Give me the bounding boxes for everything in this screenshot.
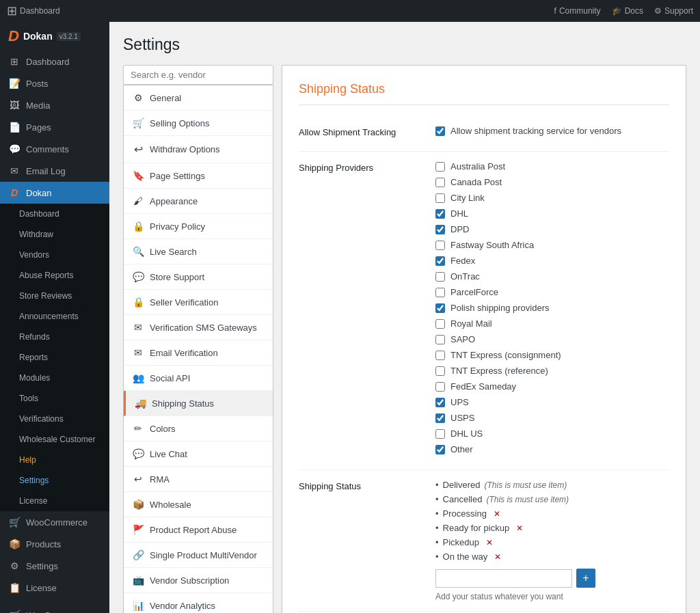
sidebar-item-license-main[interactable]: 📋 License [0, 577, 109, 599]
sidebar-item-posts[interactable]: 📝 Posts [0, 72, 109, 94]
settings-menu-withdraw[interactable]: ↩ Withdraw Options [124, 136, 273, 163]
sidebar-item-media[interactable]: 🖼 Media [0, 94, 109, 116]
settings-menu-general[interactable]: ⚙ General [124, 85, 273, 111]
settings-menu-shipping[interactable]: 🚚 Shipping Status [124, 391, 273, 416]
provider-fedex-sameday-checkbox[interactable] [435, 382, 445, 392]
settings-menu-rma[interactable]: ↩ RMA [124, 467, 273, 492]
provider-fedex-checkbox[interactable] [435, 256, 445, 266]
provider-sapo-checkbox[interactable] [435, 335, 445, 344]
sidebar-item-dashboard[interactable]: ⊞ Dashboard [0, 51, 109, 72]
section-title: Shipping Status [299, 82, 669, 105]
provider-tnt-consignment-checkbox[interactable] [435, 351, 445, 360]
submenu-item-reports[interactable]: Reports [0, 347, 109, 368]
dashboard-link[interactable]: Dashboard [20, 6, 60, 16]
allow-tracking-label: Allow Shipment Tracking [299, 126, 435, 141]
sidebar-item-woocommerce[interactable]: 🛒 WooCommerce [0, 511, 109, 533]
submenu-item-verifications[interactable]: Verifications [0, 409, 109, 429]
provider-other-checkbox[interactable] [435, 445, 445, 454]
submenu-item-license[interactable]: License [0, 491, 109, 511]
settings-search-input[interactable] [123, 65, 273, 85]
submenu-label: Abuse Reports [19, 271, 73, 280]
submenu-item-announcements[interactable]: Announcements [0, 306, 109, 327]
provider-city-link-checkbox[interactable] [435, 193, 445, 203]
settings-menu-label: Store Support [150, 272, 204, 282]
submenu-item-vendors[interactable]: Vendors [0, 245, 109, 265]
settings-menu-appearance[interactable]: 🖌 Appearance [124, 189, 273, 214]
submenu-item-refunds[interactable]: Refunds [0, 327, 109, 347]
settings-menu-vendor-sub[interactable]: 📺 Vendor Subscription [124, 568, 273, 593]
provider-royal-mail-checkbox[interactable] [435, 319, 445, 329]
support-link[interactable]: ⚙ Support [654, 6, 693, 16]
support-icon: ⚙ [654, 6, 662, 16]
submenu-item-abuse-reports[interactable]: Abuse Reports [0, 265, 109, 286]
sidebar-item-comments[interactable]: 💬 Comments [0, 138, 109, 160]
settings-menu-multi-vendor[interactable]: 🔗 Single Product MultiVendor [124, 543, 273, 568]
provider-label: Fastway South Africa [450, 240, 534, 250]
settings-menu-colors[interactable]: ✏ Colors [124, 416, 273, 441]
submenu-item-help[interactable]: Help [0, 450, 109, 470]
sidebar-item-settings-main[interactable]: ⚙ Settings [0, 555, 109, 577]
docs-link[interactable]: 🎓 Docs [612, 6, 643, 16]
remove-processing-button[interactable]: ✕ [494, 509, 500, 519]
settings-menu-email-verify[interactable]: ✉ Email Verification [124, 340, 273, 366]
provider-polish-checkbox[interactable] [435, 303, 445, 313]
provider-dhl-checkbox[interactable] [435, 209, 445, 219]
settings-menu-live-chat[interactable]: 💬 Live Chat [124, 441, 273, 467]
settings-menu-live-search[interactable]: 🔍 Live Search [124, 239, 273, 264]
settings-menu-selling[interactable]: 🛒 Selling Options [124, 111, 273, 136]
submenu-item-store-reviews[interactable]: Store Reviews [0, 286, 109, 306]
settings-menu-privacy[interactable]: 🔒 Privacy Policy [124, 214, 273, 239]
license-icon: 📋 [8, 582, 21, 593]
provider-dhl: DHL [435, 208, 669, 219]
settings-menu-vendor-analytics[interactable]: 📊 Vendor Analytics [124, 593, 273, 613]
provider-ups-checkbox[interactable] [435, 398, 445, 407]
provider-sapo: SAPO [435, 334, 669, 344]
wp-logo-item[interactable]: ⊞ Dashboard [7, 3, 60, 18]
provider-usps-checkbox[interactable] [435, 413, 445, 423]
provider-australia-post-checkbox[interactable] [435, 162, 445, 172]
allow-tracking-checkbox[interactable] [435, 126, 445, 136]
sidebar-item-pages[interactable]: 📄 Pages [0, 116, 109, 138]
sidebar-item-label: Settings [26, 561, 58, 571]
shipping-status-row: Shipping Status Delivered (This is must … [299, 470, 669, 612]
submenu-item-tools[interactable]: Tools [0, 388, 109, 409]
provider-dpd-checkbox[interactable] [435, 225, 445, 234]
dokan-icon: D [8, 187, 21, 198]
remove-on-the-way-button[interactable]: ✕ [494, 552, 501, 562]
submenu-item-dashboard[interactable]: Dashboard [0, 204, 109, 224]
settings-menu-sms[interactable]: ✉ Verification SMS Gateways [124, 315, 273, 340]
new-status-input[interactable] [435, 569, 572, 588]
sidebar-item-products[interactable]: 📦 Products [0, 533, 109, 555]
status-name: Cancelled [443, 494, 483, 504]
provider-tnt-reference-checkbox[interactable] [435, 366, 445, 376]
settings-menu-wholesale[interactable]: 📦 Wholesale [124, 492, 273, 517]
add-status-button[interactable]: + [576, 569, 595, 588]
community-link[interactable]: f Community [554, 6, 601, 16]
provider-ontrac: OnTrac [435, 271, 669, 282]
sidebar-item-email-log[interactable]: ✉ Email Log [0, 160, 109, 182]
allow-tracking-row: Allow Shipment Tracking Allow shipment t… [299, 116, 669, 152]
provider-fastway-checkbox[interactable] [435, 241, 445, 250]
submenu-item-withdraw[interactable]: Withdraw [0, 224, 109, 245]
remove-ready-pickup-button[interactable]: ✕ [516, 523, 523, 533]
settings-menu-seller-verify[interactable]: 🔒 Seller Verification [124, 290, 273, 315]
provider-parcelforce-checkbox[interactable] [435, 288, 445, 297]
sidebar-item-label: Dashboard [26, 57, 70, 67]
submenu-item-settings[interactable]: Settings [0, 470, 109, 491]
sidebar-item-woo2[interactable]: 🛒 WooCommerce [0, 604, 109, 613]
provider-dhl-us-checkbox[interactable] [435, 429, 445, 439]
settings-menu-store-support[interactable]: 💬 Store Support [124, 264, 273, 290]
settings-menu-label: Seller Verification [150, 297, 218, 308]
sidebar-item-dokan[interactable]: D Dokan [0, 182, 109, 204]
allow-tracking-checkbox-item: Allow shipment tracking service for vend… [435, 126, 669, 136]
settings-menu-page[interactable]: 🔖 Page Settings [124, 163, 273, 189]
settings-menu-social-api[interactable]: 👥 Social API [124, 366, 273, 391]
submenu-item-wholesale[interactable]: Wholesale Customer [0, 429, 109, 450]
provider-label: Australia Post [450, 161, 505, 172]
provider-canada-post-checkbox[interactable] [435, 178, 445, 187]
settings-menu-report-abuse[interactable]: 🚩 Product Report Abuse [124, 517, 273, 543]
admin-bar-left: ⊞ Dashboard [7, 3, 60, 18]
provider-ontrac-checkbox[interactable] [435, 272, 445, 282]
remove-pickedup-button[interactable]: ✕ [486, 538, 493, 547]
submenu-item-modules[interactable]: Modules [0, 368, 109, 388]
